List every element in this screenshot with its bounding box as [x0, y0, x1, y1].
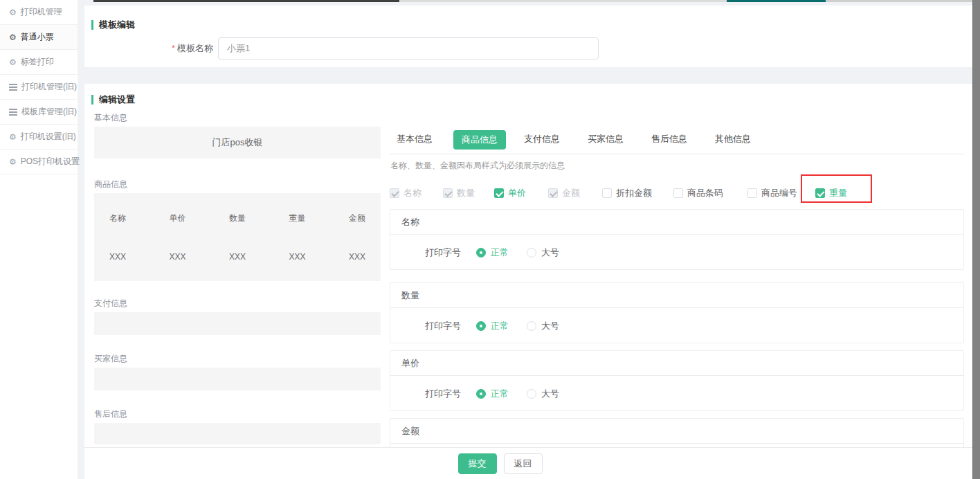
submit-button[interactable]: 提交: [458, 453, 497, 474]
goods-cell-value: XXX: [104, 252, 131, 262]
preview-aftersale-box[interactable]: [94, 423, 381, 444]
template-name-input[interactable]: [218, 37, 599, 60]
preview-buyer-label: 买家信息: [94, 354, 381, 363]
section-title-text: 模板编辑: [99, 19, 135, 31]
checkbox-icon: [602, 188, 612, 198]
tab-payment-info[interactable]: 支付信息: [524, 133, 560, 145]
preview-buyer-box[interactable]: [94, 368, 381, 390]
receipt-preview: 基本信息 门店pos收银 商品信息 名称 单价 数量 重量 金额 XXX XXX…: [94, 113, 381, 444]
sidebar: ⚙ 打印机管理 ⚙ 普通小票 ⚙ 标签打印 打印机管理(旧) 模板库管理(旧) …: [0, 0, 78, 479]
required-mark: *: [172, 43, 175, 53]
preview-goods-header-row: 名称 单价 数量 重量 金额: [104, 213, 371, 224]
font-size-label: 打印字号: [425, 320, 461, 332]
gears-icon: ⚙: [9, 8, 17, 17]
radio-icon: [527, 321, 536, 331]
checkbox-amount[interactable]: 金额: [548, 187, 580, 199]
checkbox-icon: [673, 188, 683, 198]
gears-icon: ⚙: [9, 33, 17, 42]
checkbox-goods-code[interactable]: 商品编号: [747, 187, 797, 199]
radio-normal[interactable]: 正常: [476, 246, 509, 259]
checkbox-icon: [548, 188, 558, 198]
field-checkbox-row: 名称 数量 单价 金额 折扣金额 商品条码: [390, 174, 964, 206]
preview-payment-box[interactable]: [94, 312, 381, 335]
preview-aftersale-label: 售后信息: [94, 409, 381, 419]
tab-other-info[interactable]: 其他信息: [715, 133, 751, 145]
sidebar-item-label: 打印机设置(旧): [21, 131, 76, 143]
sidebar-item-pos-printer-settings[interactable]: ⚙ POS打印机设置: [0, 150, 78, 174]
template-name-row: *模板名称: [84, 37, 213, 60]
sidebar-content-gutter: [78, 0, 84, 479]
gears-icon: ⚙: [9, 158, 17, 166]
radio-icon: [527, 248, 536, 257]
field-card-name: 名称 打印字号 正常 大号: [390, 209, 964, 270]
template-name-label: *模板名称: [84, 42, 213, 55]
sidebar-item-printer-manage[interactable]: ⚙ 打印机管理: [0, 0, 78, 25]
checkbox-goods-barcode[interactable]: 商品条码: [673, 187, 723, 199]
sidebar-item-label-print[interactable]: ⚙ 标签打印: [0, 50, 78, 75]
goods-col-header: 金额: [343, 213, 371, 224]
back-button[interactable]: 返回: [504, 453, 543, 474]
checkbox-icon: [390, 188, 399, 198]
field-card-title: 数量: [390, 283, 963, 308]
info-tabs: 基本信息 商品信息 支付信息 买家信息 售后信息 其他信息: [390, 130, 964, 149]
radio-large[interactable]: 大号: [527, 388, 559, 400]
radio-normal[interactable]: 正常: [476, 320, 509, 332]
goods-cell-value: XXX: [164, 252, 192, 262]
checkbox-icon: [494, 188, 504, 198]
tab-goods-info[interactable]: 商品信息: [453, 130, 506, 150]
font-size-label: 打印字号: [425, 246, 461, 259]
gears-icon: ⚙: [9, 133, 17, 141]
tab-basic-info[interactable]: 基本信息: [397, 133, 433, 145]
sidebar-item-label: POS打印机设置: [21, 156, 80, 168]
preview-payment-label: 支付信息: [94, 298, 381, 308]
field-card-title: 名称: [390, 210, 963, 235]
weight-highlight-box: [801, 174, 872, 203]
window-edge-strip: [93, 0, 399, 2]
preview-basic-box[interactable]: 门店pos收银: [94, 127, 381, 159]
window-edge-strip-teal: [727, 0, 826, 2]
field-card-unit-price: 单价 打印字号 正常 大号: [390, 350, 964, 411]
goods-col-header: 名称: [104, 213, 131, 224]
section-accent-bar: [91, 20, 93, 30]
radio-normal[interactable]: 正常: [476, 388, 509, 400]
checkbox-discount-amount[interactable]: 折扣金额: [602, 187, 652, 199]
checkbox-name[interactable]: 名称: [390, 187, 421, 199]
settings-panel: 基本信息 商品信息 支付信息 买家信息 售后信息 其他信息 名称、数量、金额因布…: [390, 130, 964, 149]
field-card-title: 单价: [390, 351, 963, 376]
sidebar-item-normal-receipt[interactable]: ⚙ 普通小票: [0, 25, 78, 50]
checkbox-icon: [747, 188, 757, 198]
sidebar-item-label: 标签打印: [21, 56, 54, 68]
sidebar-item-printer-manage-old[interactable]: 打印机管理(旧): [0, 75, 78, 100]
goods-col-header: 数量: [224, 213, 251, 224]
radio-large[interactable]: 大号: [527, 320, 559, 332]
field-card-quantity: 数量 打印字号 正常 大号: [390, 282, 964, 343]
sidebar-item-label: 普通小票: [21, 31, 54, 43]
preview-goods-box[interactable]: 名称 单价 数量 重量 金额 XXX XXX XXX XXX XXX: [94, 193, 381, 281]
list-icon: [9, 109, 17, 116]
checkbox-quantity[interactable]: 数量: [443, 187, 475, 199]
goods-cell-value: XXX: [224, 252, 251, 262]
checkbox-unit-price[interactable]: 单价: [494, 187, 526, 199]
window-edge-strip: [826, 0, 972, 2]
window-edge-strip: [399, 0, 727, 2]
radio-large[interactable]: 大号: [527, 246, 559, 259]
sidebar-item-label: 模板库管理(旧): [21, 106, 77, 118]
preview-basic-content: 门店pos收银: [212, 136, 263, 149]
sidebar-item-printer-settings-old[interactable]: ⚙ 打印机设置(旧): [0, 125, 78, 150]
radio-icon: [476, 248, 486, 257]
sidebar-item-label: 打印机管理(旧): [21, 81, 77, 93]
list-icon: [9, 84, 17, 91]
tab-aftersale-info[interactable]: 售后信息: [651, 133, 687, 145]
required-fields-note: 名称、数量、金额因布局样式为必须展示的信息: [390, 160, 565, 172]
field-card-title: 金额: [390, 419, 963, 444]
section-title-edit-settings: 编辑设置: [91, 93, 135, 106]
goods-cell-value: XXX: [284, 252, 311, 262]
footer-bar: 提交 返回: [84, 447, 972, 479]
page-scrollbar[interactable]: [972, 0, 980, 479]
gears-icon: ⚙: [9, 58, 17, 66]
tab-buyer-info[interactable]: 买家信息: [588, 133, 624, 145]
section-accent-bar: [91, 95, 93, 105]
preview-goods-value-row: XXX XXX XXX XXX XXX: [104, 252, 371, 262]
sidebar-item-template-lib-old[interactable]: 模板库管理(旧): [0, 100, 78, 125]
section-title-text: 编辑设置: [99, 93, 135, 106]
